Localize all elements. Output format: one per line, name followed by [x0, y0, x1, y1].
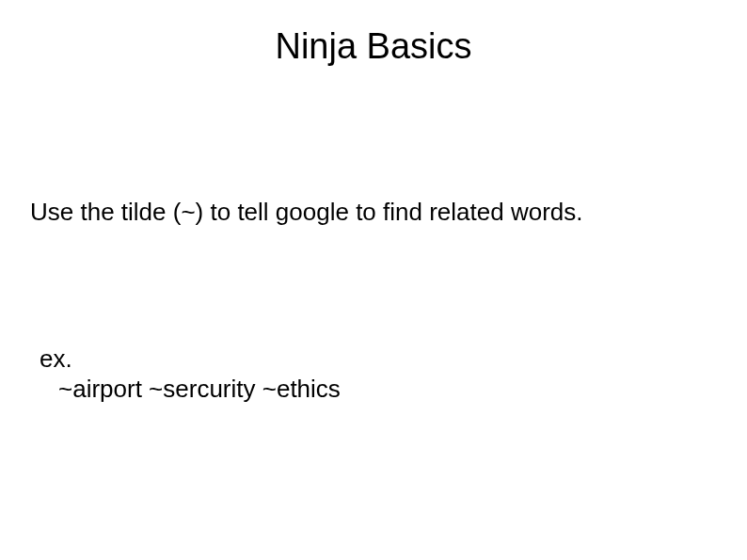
slide-title: Ninja Basics: [0, 26, 747, 67]
example-label: ex.: [40, 344, 72, 374]
example-text: ~airport ~sercurity ~ethics: [58, 375, 341, 404]
body-text: Use the tilde (~) to tell google to find…: [30, 198, 583, 227]
